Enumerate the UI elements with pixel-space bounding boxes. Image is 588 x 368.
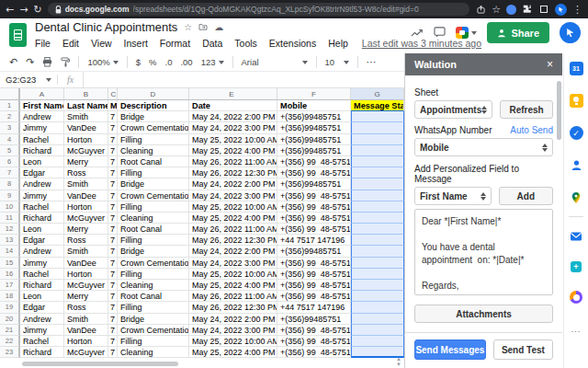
cell[interactable]: May 25, 2022 4:00 PM	[189, 145, 277, 156]
header-m[interactable]: M	[108, 100, 118, 111]
field-select[interactable]: First Name	[414, 187, 492, 205]
menu-view[interactable]: View	[91, 38, 112, 49]
header-first-name[interactable]: First Name	[20, 100, 64, 111]
row-number[interactable]: 5	[0, 145, 20, 156]
cell[interactable]: Rachel	[20, 201, 64, 213]
table-row[interactable]: 20AndrewSmith7BridgeMay 24, 2022 2:00 PM…	[0, 314, 404, 325]
row-number[interactable]: 12	[0, 224, 20, 235]
table-row[interactable]: 17RichardMcGuyver7CleaningMay 25, 2022 4…	[0, 280, 404, 291]
table-row[interactable]: 10RachelHorton7FillingMay 25, 2022 10:00…	[0, 201, 404, 213]
maps-icon[interactable]	[570, 190, 583, 204]
more-toolbar-icon[interactable]: ⋯	[367, 57, 377, 67]
cell[interactable]: Andrew	[20, 314, 64, 325]
cell[interactable]: +(356) 99 48-5751	[277, 347, 351, 358]
avatar[interactable]	[560, 22, 581, 43]
cell[interactable]: Smith	[64, 178, 108, 190]
sheet-select[interactable]: Appointments	[414, 100, 492, 119]
table-row[interactable]: 19EdgarRoss7FillingMay 26, 2022 12:30 PM…	[0, 302, 404, 313]
cell[interactable]: May 25, 2022 4:00 PM	[189, 280, 277, 291]
selected-cell[interactable]	[351, 314, 404, 325]
percent-format-button[interactable]: %	[149, 57, 156, 67]
header-description[interactable]: Description	[118, 100, 189, 111]
cell[interactable]: 7	[108, 145, 118, 156]
row-number[interactable]: 13	[0, 235, 20, 246]
cell[interactable]: 7	[108, 224, 118, 235]
table-row[interactable]: 3JimmyVanDee7Crown CementationMay 24, 20…	[0, 122, 404, 133]
cell[interactable]: McGuyver	[64, 280, 108, 291]
cell[interactable]: VanDee	[64, 122, 108, 133]
video-tutorial-link[interactable]: Video Tutorial	[468, 331, 524, 332]
cell[interactable]: 7	[108, 190, 118, 201]
print-icon[interactable]	[42, 54, 52, 71]
menu-tools[interactable]: Tools	[234, 38, 257, 49]
header-date[interactable]: Date	[189, 100, 277, 111]
cell[interactable]: Cleaning	[118, 347, 189, 358]
cell[interactable]: +(356) 99 48-5751	[277, 213, 351, 224]
rail-more-icon[interactable]: ...	[570, 322, 583, 336]
zoom-select[interactable]: 100%	[87, 57, 118, 67]
cell[interactable]: +(356) 99 48-5751	[277, 190, 351, 201]
cell[interactable]: +(356) 99 48-5751	[277, 269, 351, 280]
menu-file[interactable]: File	[35, 38, 51, 49]
selected-cell[interactable]	[351, 190, 404, 201]
cell[interactable]: Filling	[118, 235, 189, 246]
cell[interactable]: May 24, 2022 3:00 PM	[189, 122, 277, 133]
cell[interactable]: McGuyver	[64, 347, 108, 358]
menu-help[interactable]: Help	[328, 38, 348, 49]
close-icon[interactable]: ×	[547, 58, 553, 71]
cell[interactable]: May 24, 2022 2:00 PM	[189, 314, 277, 325]
cell[interactable]: Horton	[64, 134, 108, 145]
header-mobile[interactable]: Mobile	[277, 100, 351, 111]
table-row[interactable]: 13EdgarRoss7FillingMay 26, 2022 12:30 PM…	[0, 235, 404, 246]
cell[interactable]: 7	[108, 246, 118, 257]
undo-icon[interactable]: ↶	[9, 57, 17, 67]
doc-title[interactable]: Dental Clinic Appointments	[35, 20, 177, 34]
menu-format[interactable]: Format	[160, 38, 190, 49]
cell[interactable]: Merry	[64, 291, 108, 302]
selected-cell[interactable]	[351, 224, 404, 235]
menu-data[interactable]: Data	[202, 38, 222, 49]
table-row[interactable]: 4RachelHorton7FillingMay 25, 2022 10:00 …	[0, 134, 404, 145]
col-header-c[interactable]: C	[108, 88, 118, 100]
font-select[interactable]: Arial	[242, 57, 308, 67]
row-number[interactable]: 9	[0, 190, 20, 201]
selected-cell[interactable]	[351, 291, 404, 302]
header-message-status[interactable]: Message Sta	[351, 100, 404, 111]
selected-cell[interactable]	[351, 325, 404, 336]
row-number[interactable]: 8	[0, 178, 20, 190]
refresh-button[interactable]: Refresh	[500, 100, 553, 119]
cell[interactable]: Smith	[64, 314, 108, 325]
cell[interactable]: 7	[108, 156, 118, 167]
row-number[interactable]: 15	[0, 258, 20, 269]
cell[interactable]: May 25, 2022 10:00 AM	[189, 336, 277, 347]
cell[interactable]: +(356)99485751	[277, 178, 351, 190]
selected-cell[interactable]	[351, 201, 404, 213]
row-number[interactable]: 22	[0, 336, 20, 347]
address-bar[interactable]: docs.google.com/spreadsheets/d/1Qg-QdoMG…	[48, 3, 469, 16]
auto-send-link[interactable]: Auto Send	[510, 125, 553, 135]
table-row[interactable]: 7EdgarRoss7FillingMay 26, 2022 12:30 PM+…	[0, 167, 404, 178]
contacts-icon[interactable]	[570, 158, 583, 172]
cell[interactable]: Filling	[118, 269, 189, 280]
row-number[interactable]: 3	[0, 122, 20, 133]
tasks-icon[interactable]: ✓	[570, 126, 583, 140]
cell[interactable]: Jimmy	[20, 122, 64, 133]
cell[interactable]: May 26, 2022 11:00 AM	[189, 224, 277, 235]
cell[interactable]: 7	[108, 280, 118, 291]
cell[interactable]: +44 7517 147196	[277, 235, 351, 246]
cell[interactable]: 7	[108, 291, 118, 302]
row-number[interactable]: 19	[0, 302, 20, 313]
cell[interactable]: May 24, 2022 2:00 PM	[189, 178, 277, 190]
cell[interactable]: 7	[108, 178, 118, 190]
meet-icon[interactable]	[456, 27, 477, 39]
selected-cell[interactable]	[351, 178, 404, 190]
table-row[interactable]: 8AndrewSmith7BridgeMay 24, 2022 2:00 PM+…	[0, 178, 404, 190]
cell[interactable]: May 25, 2022 4:00 PM	[189, 213, 277, 224]
back-icon[interactable]: ←	[6, 5, 14, 15]
cell[interactable]: Filling	[118, 336, 189, 347]
cell[interactable]: Richard	[20, 347, 64, 358]
sheets-logo-icon[interactable]	[9, 23, 27, 47]
table-row[interactable]: 11RichardMcGuyver7CleaningMay 25, 2022 4…	[0, 213, 404, 224]
cell[interactable]: 7	[108, 122, 118, 133]
cell[interactable]: +(356)99485751	[277, 134, 351, 145]
